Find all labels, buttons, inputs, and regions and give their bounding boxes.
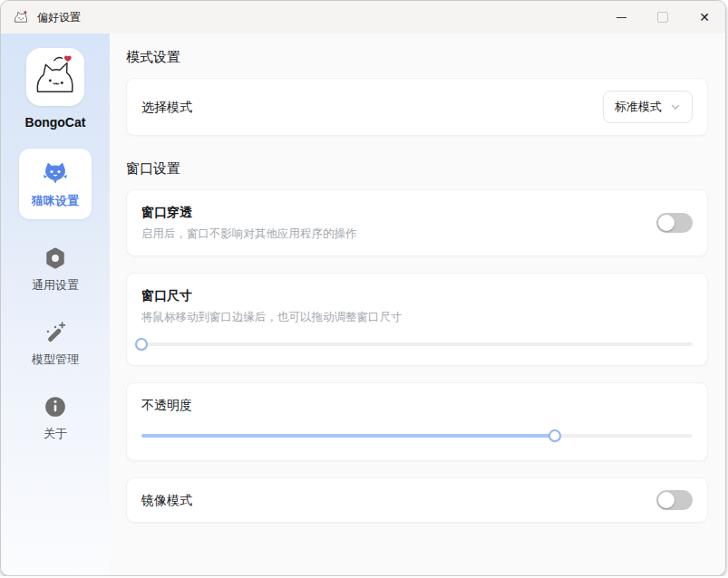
- minimize-icon[interactable]: [600, 1, 642, 34]
- click-through-label: 窗口穿透: [141, 205, 357, 219]
- sidebar-item-model-management[interactable]: 模型管理: [19, 321, 92, 368]
- sidebar-item-label: 猫咪设置: [32, 193, 79, 209]
- mode-select-dropdown[interactable]: 标准模式: [603, 91, 693, 123]
- bongocat-logo-icon: [12, 8, 30, 26]
- info-icon: [44, 395, 67, 419]
- opacity-card: 不透明度: [126, 382, 708, 461]
- click-through-toggle[interactable]: [656, 213, 693, 233]
- mirror-mode-card: 镜像模式: [126, 477, 708, 523]
- window-size-label: 窗口尺寸: [141, 288, 693, 303]
- window-size-card: 窗口尺寸 将鼠标移动到窗口边缘后，也可以拖动调整窗口尺寸: [126, 273, 708, 366]
- slider-fill: [141, 434, 555, 438]
- nut-icon: [44, 246, 67, 270]
- sidebar-nav: 猫咪设置 通用设置: [1, 130, 110, 442]
- cat-face-icon: [42, 160, 69, 186]
- section-title-window: 窗口设置: [126, 159, 708, 178]
- slider-handle[interactable]: [548, 429, 561, 442]
- slider-track: [141, 342, 693, 346]
- sidebar-item-label: 通用设置: [32, 277, 79, 294]
- sidebar: BongoCat 猫咪设置: [1, 34, 110, 576]
- close-icon[interactable]: ✕: [684, 1, 725, 34]
- click-through-description: 启用后，窗口不影响对其他应用程序的操作: [141, 227, 357, 241]
- sidebar-item-cat-settings[interactable]: 猫咪设置: [19, 149, 92, 219]
- chevron-down-icon: [670, 101, 681, 112]
- app-logo: [26, 48, 84, 106]
- window-title: 偏好设置: [37, 10, 81, 25]
- sidebar-item-general-settings[interactable]: 通用设置: [19, 246, 92, 294]
- mode-selected-value: 标准模式: [615, 99, 662, 115]
- preferences-window: 偏好设置 ✕ BongoCat: [0, 0, 726, 576]
- click-through-card: 窗口穿透 启用后，窗口不影响对其他应用程序的操作: [126, 189, 708, 256]
- window-size-description: 将鼠标移动到窗口边缘后，也可以拖动调整窗口尺寸: [141, 311, 693, 324]
- slider-handle[interactable]: [135, 338, 148, 351]
- maximize-icon: [642, 1, 684, 34]
- select-mode-label: 选择模式: [141, 100, 192, 114]
- mirror-mode-toggle[interactable]: [656, 490, 693, 510]
- select-mode-card: 选择模式 标准模式: [126, 78, 708, 136]
- sidebar-item-label: 关于: [44, 426, 67, 442]
- sidebar-item-about[interactable]: 关于: [19, 395, 92, 442]
- window-controls: ✕: [600, 1, 725, 34]
- app-name: BongoCat: [25, 115, 86, 130]
- opacity-slider[interactable]: [141, 429, 693, 442]
- window-size-slider[interactable]: [141, 338, 693, 351]
- magic-wand-icon: [44, 321, 67, 344]
- settings-panel: 模式设置 选择模式 标准模式 窗口设置 窗口穿透 启用后，窗口不影响对其他应用程…: [110, 34, 725, 576]
- mirror-mode-label: 镜像模式: [141, 493, 192, 507]
- sidebar-item-label: 模型管理: [32, 352, 79, 368]
- section-title-mode: 模式设置: [126, 48, 708, 66]
- titlebar: 偏好设置 ✕: [1, 1, 725, 34]
- opacity-label: 不透明度: [141, 398, 693, 412]
